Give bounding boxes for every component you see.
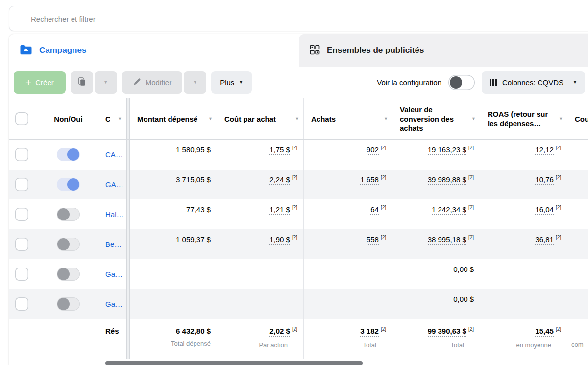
search-bar <box>9 6 588 31</box>
cell-extra <box>567 289 588 319</box>
pencil-icon <box>133 77 142 88</box>
select-all-checkbox[interactable] <box>15 112 28 125</box>
value-conversion-value: 1 242,34 $ <box>432 205 466 215</box>
cell-extra <box>567 140 588 170</box>
campaign-row: Ga…———0,00 $— <box>9 259 588 289</box>
chevron-down-icon: ▼ <box>193 80 197 85</box>
cell-roas: 12,12[2] <box>480 140 567 170</box>
campaign-active-toggle[interactable] <box>57 238 80 251</box>
row-checkbox[interactable] <box>15 178 28 191</box>
value-purchases: — <box>379 295 386 303</box>
cell-extra <box>567 259 588 289</box>
row-checkbox[interactable] <box>15 268 28 281</box>
edit-dropdown-button[interactable]: ▼ <box>184 71 206 94</box>
total-purchases-cell: 3 182 [2] Total <box>304 319 392 359</box>
value-roas: — <box>554 295 561 303</box>
value-cost-per-purchase: 1,21 $ <box>270 205 290 215</box>
more-button[interactable]: Plus ▼ <box>211 71 252 94</box>
column-header-cost-per-purchase[interactable]: Coût par achat ▼ <box>217 98 304 139</box>
value-roas: 16,04 <box>535 205 554 215</box>
footnote-ref: [2] <box>468 175 474 180</box>
row-checkbox[interactable] <box>15 238 28 251</box>
column-header-purchases[interactable]: Achats ▼ <box>304 98 392 139</box>
frozen-pane-divider <box>126 259 130 289</box>
campaign-active-toggle[interactable] <box>57 297 80 311</box>
row-checkbox[interactable] <box>15 208 28 221</box>
create-button[interactable]: + Créer <box>14 71 66 94</box>
row-checkbox[interactable] <box>15 148 28 161</box>
cell-cost-per-purchase: — <box>217 289 304 319</box>
column-header-spent[interactable]: Montant dépensé ▼ <box>130 98 217 139</box>
cell-purchases: 1 658[2] <box>304 170 392 199</box>
footnote-ref: [2] <box>556 235 561 240</box>
campaign-name-link[interactable]: Hal… <box>105 210 124 219</box>
tab-adsets-label: Ensembles de publicités <box>327 46 424 55</box>
frozen-pane-divider[interactable] <box>126 98 130 139</box>
sort-caret-icon: ▼ <box>118 116 122 122</box>
value-purchases: 902 <box>367 146 379 155</box>
column-header-cost[interactable]: Cou <box>567 98 588 139</box>
campaign-name-link[interactable]: GA… <box>105 180 123 189</box>
toggle-knob <box>67 178 79 191</box>
column-header-roas[interactable]: ROAS (retour sur les dépenses… ▼ <box>480 98 567 139</box>
cell-conversion-value: 19 163,23 $[2] <box>392 140 480 170</box>
footnote-ref: [2] <box>381 145 386 150</box>
cell-conversion-value: 0,00 $ <box>392 259 480 289</box>
horizontal-scrollbar-thumb[interactable] <box>105 361 363 365</box>
tab-campaigns[interactable]: Campagnes <box>9 34 294 67</box>
tab-adsets[interactable]: Ensembles de publicités <box>299 34 588 67</box>
campaign-row: CA…1 580,95 $1,75 $[2]902[2]19 163,23 $[… <box>9 140 588 170</box>
campaign-name-link[interactable]: CA… <box>105 150 123 159</box>
search-input[interactable] <box>9 6 588 31</box>
toggle-knob <box>57 268 70 280</box>
frozen-pane-divider <box>126 319 130 359</box>
footnote-ref: [2] <box>381 326 386 332</box>
value-conversion-value: 0,00 $ <box>453 295 474 303</box>
duplicate-button[interactable] <box>71 71 93 94</box>
toggle-knob <box>450 76 462 89</box>
campaign-active-toggle[interactable] <box>57 268 80 281</box>
view-setup-toggle[interactable] <box>448 75 475 90</box>
footnote-ref: [2] <box>292 205 297 210</box>
campaign-name-link[interactable]: Be… <box>105 240 122 248</box>
sort-caret-icon: ▼ <box>384 116 388 122</box>
column-header-campaign[interactable]: C ▼ <box>98 98 126 139</box>
campaign-active-toggle[interactable] <box>57 148 80 161</box>
total-spent-value: 6 432,80 $ <box>176 327 211 335</box>
value-purchases: — <box>379 265 386 273</box>
edit-button[interactable]: Modifier <box>122 71 182 94</box>
value-purchases: 558 <box>367 235 379 245</box>
value-purchases: 64 <box>370 205 379 215</box>
column-header-onoff[interactable]: Non/Oui <box>39 98 98 139</box>
row-checkbox[interactable] <box>15 297 28 311</box>
results-row: Rés 6 432,80 $ Total dépensé 2,02 $ [2] … <box>9 319 588 359</box>
value-conversion-value: 39 989,88 $ <box>428 175 466 185</box>
sort-caret-icon: ▼ <box>471 116 476 122</box>
frozen-pane-divider <box>126 170 130 199</box>
footnote-ref: [2] <box>468 326 474 332</box>
footnote-ref: [2] <box>556 326 561 332</box>
campaigns-table: Non/Oui C ▼ Montant dépensé ▼ Coût par a… <box>9 98 588 359</box>
sort-caret-icon: ▼ <box>295 116 299 122</box>
toggle-knob <box>57 208 70 220</box>
frozen-pane-divider <box>126 289 130 319</box>
campaign-row: Ga…———0,00 $— <box>9 289 588 319</box>
duplicate-dropdown-button[interactable]: ▼ <box>95 71 117 94</box>
columns-button[interactable]: Colonnes: CQVDS ▼ <box>482 71 585 94</box>
campaign-name-link[interactable]: Ga… <box>105 270 122 278</box>
value-conversion-value: 0,00 $ <box>453 265 474 273</box>
cell-spent: — <box>130 289 217 319</box>
toggle-knob <box>57 298 70 310</box>
value-roas: 12,12 <box>535 146 554 155</box>
footnote-ref: [2] <box>468 205 474 210</box>
campaign-active-toggle[interactable] <box>57 208 80 221</box>
campaign-active-toggle[interactable] <box>57 178 80 191</box>
column-header-conversion-value[interactable]: Valeur de conversion des achats ▼ <box>392 98 480 139</box>
campaign-name-link[interactable]: Ga… <box>105 300 122 308</box>
toggle-knob <box>57 238 70 250</box>
cell-purchases: — <box>304 289 392 319</box>
value-spent: — <box>203 265 211 273</box>
cell-purchases: — <box>304 259 392 289</box>
cell-spent: 77,43 $ <box>130 199 217 229</box>
last-column-footer-cell: com <box>567 319 588 359</box>
